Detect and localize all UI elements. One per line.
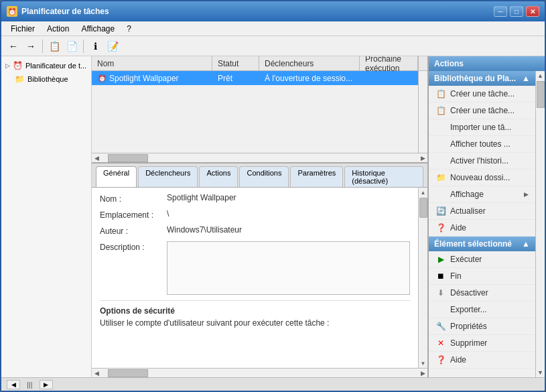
minimize-button[interactable]: ─: [494, 6, 507, 17]
actions-scroll-track[interactable]: [536, 80, 545, 368]
detail-hscroll-right[interactable]: ▶: [418, 369, 427, 378]
detail-scroll-track[interactable]: [419, 197, 427, 358]
task-cell-statut: Prêt: [215, 74, 262, 83]
section-selected-header[interactable]: Élément sélectionné ▲: [429, 237, 535, 251]
forward-button[interactable]: →: [23, 38, 39, 54]
tab-conditions[interactable]: Conditions: [239, 166, 289, 187]
menu-help[interactable]: ?: [121, 23, 137, 35]
close-button[interactable]: ✕: [526, 6, 539, 17]
detail-scroll-up-btn[interactable]: ▲: [419, 188, 428, 197]
maximize-button[interactable]: □: [510, 6, 523, 17]
sidebar-bibliotheque-label: Bibliothèque: [27, 75, 68, 83]
afficher-toutes-label: Afficher toutes ...: [450, 139, 529, 149]
action-creer-tache-2[interactable]: 📋 Créer une tâche...: [429, 103, 535, 119]
back-button[interactable]: ←: [5, 38, 21, 54]
menu-affichage[interactable]: Affichage: [76, 23, 120, 35]
actions-scroll-down-btn[interactable]: ▼: [536, 368, 545, 377]
importer-label: Importer une tâ...: [450, 123, 529, 132]
action-exporter[interactable]: Exporter...: [429, 302, 535, 318]
action-desactiver[interactable]: ⬇ Désactiver: [429, 285, 535, 302]
copy-button[interactable]: 📋: [46, 38, 62, 54]
auteur-label: Auteur :: [100, 225, 167, 236]
detail-hscrollbar[interactable]: ◀ ▶: [92, 368, 427, 377]
nom-label: Nom :: [100, 193, 167, 204]
tab-declencheurs[interactable]: Déclencheurs: [138, 166, 198, 187]
section-selected-label: Élément sélectionné: [434, 239, 512, 249]
action-aide-1[interactable]: ❓ Aide: [429, 220, 535, 237]
hscroll-thumb[interactable]: [108, 154, 148, 162]
activer-histori-icon: [435, 155, 446, 166]
detail-fields: Nom : Spotlight Wallpaper Emplacement : …: [92, 188, 418, 368]
hscroll-left-btn[interactable]: ◀: [92, 153, 101, 163]
actions-scroll-thumb[interactable]: [537, 81, 545, 108]
detail-scroll-down-btn[interactable]: ▼: [419, 358, 428, 368]
actions-scroll-up-btn[interactable]: ▲: [536, 71, 545, 80]
info-button[interactable]: ℹ: [87, 38, 103, 54]
sidebar-item-bibliotheque[interactable]: 📁 Bibliothèque: [1, 72, 91, 86]
action-importer[interactable]: Importer une tâ...: [429, 119, 535, 136]
tab-parametres[interactable]: Paramètres: [290, 166, 343, 187]
hscroll-right-btn[interactable]: ▶: [418, 153, 427, 163]
detail-scroll-thumb[interactable]: [419, 198, 427, 218]
action-proprietes[interactable]: 🔧 Propriétés: [429, 318, 535, 335]
nom-value: Spotlight Wallpaper: [167, 193, 410, 202]
main-window: ⏰ Planificateur de tâches ─ □ ✕ Fichier …: [0, 0, 546, 392]
field-row-emplacement: Emplacement : \: [100, 209, 410, 220]
task-row[interactable]: ⏰ Spotlight Wallpaper Prêt À l'ouverture…: [92, 71, 418, 86]
action-afficher-toutes[interactable]: Afficher toutes ...: [429, 136, 535, 153]
selected-actions-list: ▶ Exécuter ⏹ Fin ⬇ Désactiver: [429, 251, 535, 369]
menu-fichier[interactable]: Fichier: [5, 23, 40, 35]
action-creer-tache-1[interactable]: 📋 Créer une tâche...: [429, 86, 535, 103]
action-actualiser[interactable]: 🔄 Actualiser: [429, 203, 535, 220]
tab-actions[interactable]: Actions: [199, 166, 238, 187]
properties-button[interactable]: 📝: [105, 38, 121, 54]
actions-title-label: Actions: [434, 59, 464, 68]
sidebar-planificateur-label: Planificateur de t...: [25, 62, 86, 70]
section-selected-collapse[interactable]: ▲: [522, 239, 530, 249]
menu-action[interactable]: Action: [42, 23, 74, 35]
aide-2-label: Aide: [450, 355, 529, 365]
action-nouveau-dossier[interactable]: 📁 Nouveau dossi...: [429, 170, 535, 186]
col-header-declencheurs[interactable]: Déclencheurs: [259, 56, 360, 70]
details-panel: Général Déclencheurs Actions Conditions …: [92, 164, 427, 377]
tab-historique[interactable]: Historique (désactivé): [344, 166, 423, 187]
action-executer[interactable]: ▶ Exécuter: [429, 251, 535, 268]
tab-general[interactable]: Général: [96, 166, 137, 187]
action-aide-2[interactable]: ❓ Aide: [429, 352, 535, 369]
col-header-nom[interactable]: Nom: [92, 56, 212, 70]
status-scroll-left[interactable]: ◀: [7, 380, 20, 389]
section-bibliotheque-collapse[interactable]: ▲: [522, 74, 530, 83]
actions-content: Bibliothèque du Pla... ▲ 📋 Créer une tâc…: [429, 71, 535, 377]
action-activer-histori[interactable]: Activer l'histori...: [429, 153, 535, 170]
col-header-prochaine[interactable]: Prochaine exécution: [360, 56, 418, 70]
hscroll-track[interactable]: [101, 153, 418, 163]
detail-vscrollbar[interactable]: ▲ ▼: [418, 188, 427, 368]
affichage-label: Affichage: [450, 190, 520, 199]
actions-vscrollbar[interactable]: ▲ ▼: [535, 71, 545, 377]
actions-panel: Actions Bibliothèque du Pla... ▲ 📋 Créer: [427, 56, 545, 377]
toolbar-sep-2: [83, 40, 84, 53]
status-scroll-right[interactable]: ▶: [40, 380, 53, 389]
creer-tache-1-label: Créer une tâche...: [450, 89, 529, 99]
sidebar-item-planificateur[interactable]: ▷ ⏰ Planificateur de t...: [1, 59, 91, 72]
task-list-hscrollbar[interactable]: ◀ ▶: [92, 153, 427, 162]
field-row-nom: Nom : Spotlight Wallpaper: [100, 193, 410, 204]
action-fin[interactable]: ⏹ Fin: [429, 268, 535, 285]
actualiser-label: Actualiser: [450, 206, 529, 216]
task-list-vscrollbar[interactable]: [418, 71, 427, 153]
description-textarea[interactable]: [167, 241, 410, 295]
detail-hscroll-thumb[interactable]: [108, 369, 148, 377]
security-title: Options de sécurité: [100, 306, 410, 316]
actualiser-icon: 🔄: [435, 206, 446, 216]
action-supprimer[interactable]: ✕ Supprimer: [429, 335, 535, 352]
task-list: Nom Statut Déclencheurs Prochaine exécut…: [92, 56, 427, 164]
detail-hscroll-track[interactable]: [101, 369, 418, 378]
bibliotheque-actions-list: 📋 Créer une tâche... 📋 Créer une tâche..…: [429, 86, 535, 237]
section-bibliotheque-header[interactable]: Bibliothèque du Pla... ▲: [429, 71, 535, 86]
detail-hscroll-left[interactable]: ◀: [92, 369, 101, 378]
security-text: Utiliser le compte d'utilisateur suivant…: [100, 318, 410, 328]
action-affichage[interactable]: Affichage ▶: [429, 186, 535, 203]
fin-icon: ⏹: [435, 271, 446, 281]
paste-button[interactable]: 📄: [64, 38, 80, 54]
col-header-statut[interactable]: Statut: [212, 56, 259, 70]
